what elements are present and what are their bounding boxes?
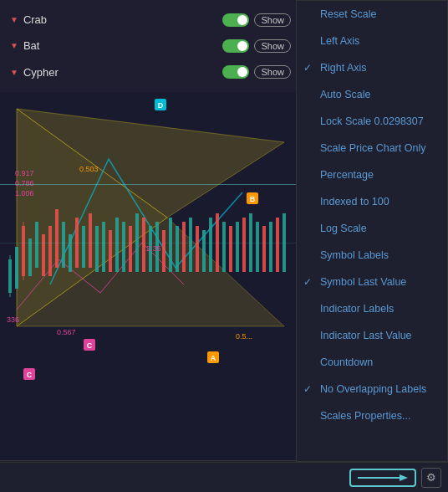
menu-item-left-axis[interactable]: Left Axis [297, 28, 447, 54]
svg-rect-25 [142, 218, 145, 272]
menu-item-label: Indicator Last Value [320, 330, 412, 341]
menu-item-label: Scales Properties... [320, 410, 410, 422]
svg-rect-22 [122, 222, 125, 272]
svg-rect-31 [182, 222, 186, 272]
menu-item-label: Percentage [320, 169, 374, 181]
svg-rect-11 [48, 226, 52, 276]
menu-item-percentage[interactable]: Percentage [297, 161, 447, 188]
menu-item-scales-properties[interactable]: Scales Properties... [297, 402, 447, 429]
svg-text:D: D [158, 101, 164, 110]
menu-item-label: Auto Scale [320, 89, 370, 100]
cypher-label: Cypher [23, 66, 59, 79]
chart-canvas: D B A C C 0.917 0.786 1.006 0.503 2.35 0… [0, 92, 301, 460]
svg-text:0.786: 0.786 [15, 179, 34, 187]
menu-item-label: Symbol Last Value [320, 276, 406, 288]
symbol-row-crab: ▼ Crab Show [10, 13, 291, 27]
checkmark-icon: ✓ [303, 383, 312, 395]
svg-rect-21 [115, 218, 119, 272]
svg-rect-8 [28, 238, 32, 276]
menu-item-indicator-labels[interactable]: Indicator Labels [297, 295, 447, 322]
cypher-arrow: ▼ [10, 68, 18, 77]
checkmark-icon: ✓ [303, 62, 312, 74]
bat-toggle-container: Show [222, 39, 291, 53]
svg-rect-9 [35, 222, 38, 268]
menu-item-label: Log Scale [320, 223, 367, 234]
svg-text:0.503: 0.503 [79, 165, 99, 173]
menu-item-label: Lock Scale 0.0298307 [320, 115, 424, 127]
svg-rect-17 [89, 213, 92, 268]
crab-toggle-container: Show [222, 13, 291, 27]
menu-item-label: Indicator Labels [320, 303, 394, 315]
cypher-toggle[interactable] [222, 65, 249, 79]
h-line-mid [0, 243, 301, 243]
svg-text:C: C [27, 371, 33, 379]
menu-item-countdown[interactable]: Countdown [297, 349, 447, 376]
h-line-top [0, 184, 301, 185]
menu-item-label: Reset Scale [320, 8, 376, 20]
context-menu: Reset ScaleLeft Axis✓Right AxisAuto Scal… [296, 0, 448, 462]
svg-rect-20 [109, 230, 112, 272]
symbol-cypher: ▼ Cypher [10, 66, 59, 79]
svg-text:B: B [250, 195, 256, 203]
svg-text:C: C [87, 341, 93, 350]
svg-text:1.006: 1.006 [15, 189, 34, 197]
svg-rect-39 [236, 222, 239, 272]
chart-svg: D B A C C 0.917 0.786 1.006 0.503 2.35 0… [0, 92, 301, 460]
cypher-toggle-container: Show [222, 65, 291, 79]
svg-rect-44 [269, 222, 272, 272]
svg-rect-37 [222, 222, 226, 272]
symbol-row-cypher: ▼ Cypher Show [10, 65, 291, 79]
menu-item-log-scale[interactable]: Log Scale [297, 215, 447, 242]
menu-item-indicator-last-value[interactable]: Indicator Last Value [297, 322, 447, 349]
menu-item-symbol-labels[interactable]: Symbol Labels [297, 242, 447, 269]
menu-item-label: Symbol Labels [320, 249, 389, 261]
symbol-crab: ▼ Crab [10, 13, 47, 26]
menu-item-lock-scale-00298307[interactable]: Lock Scale 0.0298307 [297, 108, 447, 135]
checkmark-icon: ✓ [303, 276, 312, 288]
bat-arrow: ▼ [10, 41, 18, 50]
crab-toggle[interactable] [222, 13, 249, 27]
svg-rect-19 [102, 222, 105, 272]
svg-rect-13 [62, 222, 65, 268]
svg-rect-18 [95, 226, 99, 272]
svg-rect-40 [242, 218, 246, 272]
svg-rect-10 [42, 234, 45, 276]
chart-area: ▼ Crab Show ▼ Bat Show ▼ Cypher [0, 0, 301, 492]
svg-text:0.567: 0.567 [57, 328, 76, 336]
svg-text:2.35: 2.35 [146, 244, 161, 253]
symbol-bat: ▼ Bat [10, 39, 39, 52]
arrow-button[interactable] [349, 469, 416, 487]
svg-text:336: 336 [7, 315, 19, 324]
bottom-toolbar: ⚙ [0, 462, 448, 492]
menu-item-label: Indexed to 100 [320, 196, 389, 208]
svg-rect-28 [162, 230, 165, 272]
menu-item-label: Countdown [320, 356, 373, 368]
menu-item-indexed-to-100[interactable]: Indexed to 100 [297, 188, 447, 215]
bat-toggle[interactable] [222, 39, 249, 53]
gear-button[interactable]: ⚙ [421, 468, 441, 488]
svg-rect-35 [209, 218, 212, 272]
menu-item-symbol-last-value[interactable]: ✓Symbol Last Value [297, 269, 447, 295]
svg-rect-12 [55, 209, 59, 268]
cypher-show-button[interactable]: Show [254, 65, 291, 79]
gear-icon: ⚙ [426, 471, 436, 484]
svg-rect-23 [129, 226, 132, 272]
crab-show-button[interactable]: Show [254, 13, 291, 27]
bat-label: Bat [23, 39, 40, 52]
bat-show-button[interactable]: Show [254, 39, 291, 53]
svg-marker-66 [400, 474, 408, 481]
svg-rect-30 [176, 226, 179, 272]
crab-arrow: ▼ [10, 15, 18, 24]
menu-item-label: Left Axis [320, 35, 359, 47]
menu-item-reset-scale[interactable]: Reset Scale [297, 1, 447, 28]
svg-rect-32 [189, 218, 192, 272]
menu-item-auto-scale[interactable]: Auto Scale [297, 81, 447, 108]
svg-rect-45 [276, 218, 279, 272]
symbol-row-bat: ▼ Bat Show [10, 39, 291, 53]
menu-item-scale-price-chart-only[interactable]: Scale Price Chart Only [297, 135, 447, 161]
menu-item-right-axis[interactable]: ✓Right Axis [297, 54, 447, 81]
menu-item-label: No Overlapping Labels [320, 383, 426, 395]
menu-item-no-overlapping-labels[interactable]: ✓No Overlapping Labels [297, 376, 447, 402]
svg-rect-42 [256, 222, 259, 272]
svg-text:0.5...: 0.5... [236, 332, 252, 341]
